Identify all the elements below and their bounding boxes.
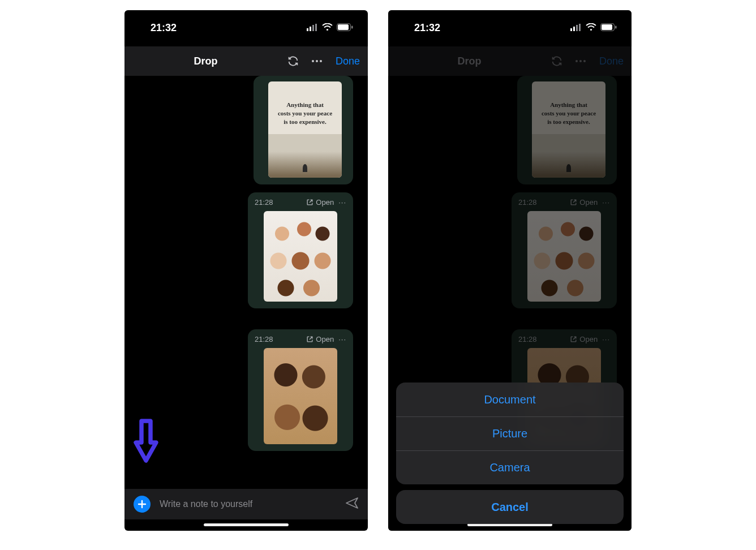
- app-title: Drop: [194, 55, 217, 67]
- svg-rect-2: [312, 25, 314, 31]
- home-indicator[interactable]: [204, 523, 289, 526]
- more-icon[interactable]: [310, 54, 324, 68]
- open-label: Open: [579, 335, 598, 343]
- message-card-0: Anything that costs you your peace is to…: [517, 76, 617, 184]
- svg-rect-20: [615, 25, 617, 28]
- svg-point-9: [316, 60, 318, 62]
- poster-image: Anything that costs you your peace is to…: [268, 81, 342, 178]
- open-button: Open: [570, 335, 598, 343]
- photo-thumbnail[interactable]: [264, 348, 337, 444]
- svg-rect-1: [310, 27, 311, 31]
- quote-line: is too expensive.: [542, 118, 596, 126]
- svg-point-8: [312, 60, 314, 62]
- svg-rect-13: [570, 28, 572, 31]
- done-button[interactable]: Done: [599, 55, 624, 67]
- message-input[interactable]: Write a note to yourself: [160, 499, 336, 509]
- svg-rect-0: [307, 28, 308, 31]
- quote-line: Anything that: [278, 101, 332, 109]
- message-time: 21:28: [255, 198, 273, 207]
- app-header: Drop Done: [124, 46, 368, 76]
- composer-bar: Write a note to yourself: [124, 489, 368, 519]
- phone-right: 21:32 Drop Done Anything that: [388, 10, 632, 531]
- status-icons: [570, 22, 617, 34]
- status-bar: 21:32: [388, 10, 632, 38]
- card-more-icon[interactable]: ···: [338, 335, 346, 343]
- message-card-1: 21:28 Open ···: [512, 192, 617, 308]
- svg-point-17: [590, 28, 592, 30]
- quote-line: Anything that: [542, 101, 596, 109]
- svg-rect-6: [338, 24, 349, 30]
- quote-line: is too expensive.: [278, 118, 332, 126]
- open-button: Open: [570, 198, 598, 207]
- photo-thumbnail: [527, 211, 601, 302]
- sheet-option-document[interactable]: Document: [396, 383, 624, 416]
- svg-rect-19: [602, 24, 612, 30]
- svg-point-10: [320, 60, 322, 62]
- sheet-option-picture[interactable]: Picture: [396, 416, 624, 450]
- cellular-icon: [570, 22, 582, 34]
- annotation-arrow-icon: [134, 419, 158, 465]
- poster-image: Anything that costs you your peace is to…: [532, 81, 605, 178]
- battery-icon: [337, 22, 353, 34]
- message-feed[interactable]: Anything that costs you your peace is to…: [124, 76, 368, 484]
- more-icon[interactable]: [573, 54, 588, 68]
- quote-line: costs you your peace: [542, 109, 596, 118]
- svg-point-23: [583, 60, 586, 62]
- message-time: 21:28: [518, 198, 537, 207]
- app-title: Drop: [457, 55, 481, 67]
- card-more-icon: ···: [602, 335, 610, 343]
- svg-rect-14: [573, 27, 575, 31]
- status-time: 21:32: [151, 22, 177, 34]
- svg-rect-16: [579, 24, 581, 31]
- done-button[interactable]: Done: [336, 55, 360, 67]
- svg-rect-15: [576, 25, 578, 31]
- action-sheet: Document Picture Camera Cancel: [396, 383, 624, 524]
- message-time: 21:28: [255, 335, 273, 343]
- open-label: Open: [579, 198, 598, 207]
- cellular-icon: [307, 22, 318, 34]
- wifi-icon: [586, 22, 596, 34]
- app-header: Drop Done: [388, 46, 632, 76]
- card-more-icon[interactable]: ···: [338, 198, 346, 207]
- battery-icon: [600, 22, 617, 34]
- svg-point-4: [327, 28, 328, 30]
- svg-point-22: [579, 60, 582, 62]
- sheet-option-camera[interactable]: Camera: [396, 450, 624, 484]
- svg-rect-7: [351, 25, 353, 28]
- card-more-icon: ···: [602, 198, 610, 207]
- open-label: Open: [316, 198, 334, 207]
- phone-left: 21:32 Drop Done Anything that: [124, 10, 368, 531]
- status-icons: [307, 22, 353, 34]
- sync-icon[interactable]: [286, 54, 300, 68]
- open-button[interactable]: Open: [306, 335, 334, 343]
- send-button[interactable]: [345, 497, 359, 512]
- photo-thumbnail[interactable]: [264, 211, 337, 302]
- wifi-icon: [322, 22, 333, 34]
- svg-rect-3: [315, 24, 317, 31]
- svg-point-21: [575, 60, 578, 62]
- message-time: 21:28: [518, 335, 537, 343]
- sheet-cancel-button[interactable]: Cancel: [396, 490, 624, 524]
- message-card-0[interactable]: Anything that costs you your peace is to…: [254, 76, 353, 184]
- sync-icon[interactable]: [549, 54, 564, 68]
- message-card-1[interactable]: 21:28 Open ···: [248, 192, 353, 308]
- status-time: 21:32: [414, 22, 440, 34]
- open-label: Open: [316, 335, 334, 343]
- open-button[interactable]: Open: [306, 198, 334, 207]
- attach-button[interactable]: [134, 496, 151, 513]
- quote-line: costs you your peace: [278, 109, 332, 118]
- message-card-2[interactable]: 21:28 Open ···: [248, 329, 353, 451]
- status-bar: 21:32: [124, 10, 368, 38]
